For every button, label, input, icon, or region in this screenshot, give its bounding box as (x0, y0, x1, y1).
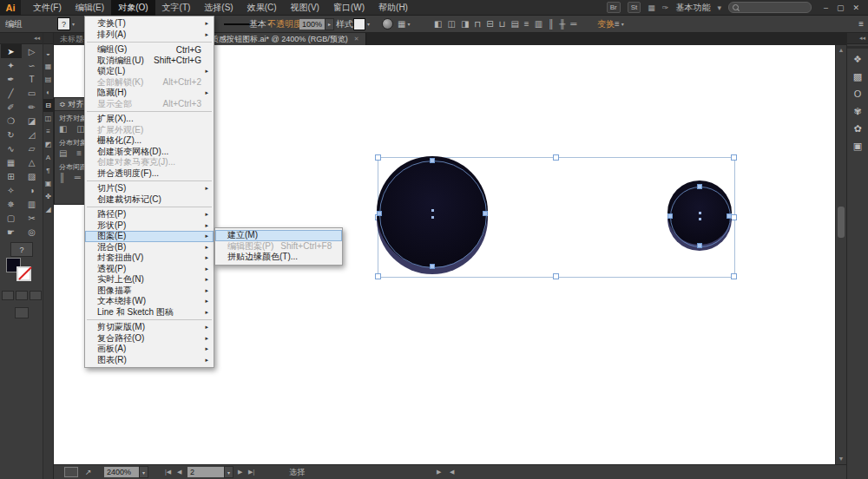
blend-tool[interactable]: ◑ (22, 183, 43, 197)
anchor-point[interactable] (667, 213, 673, 219)
direct-selection-tool[interactable]: ▷ (22, 44, 43, 58)
next-artboard-button[interactable]: ▶ (238, 465, 242, 479)
artboard-navigation[interactable]: 2 ▾ (187, 465, 233, 479)
menubar-item[interactable]: 文件(F) (26, 0, 69, 16)
object-menu-item[interactable]: 图表(R) ▸ (85, 355, 214, 366)
anchor-point[interactable] (697, 243, 702, 248)
object-menu-item[interactable]: 封套扭曲(V) ▸ (85, 253, 214, 264)
style-dropdown-icon[interactable]: ▾ (367, 21, 370, 27)
links-panel-icon[interactable]: ▣ (847, 137, 868, 154)
minimize-button[interactable]: – (824, 3, 828, 12)
draw-normal-button[interactable] (2, 291, 14, 300)
eyedropper-tool[interactable]: ✧ (1, 183, 22, 197)
magic-wand-tool[interactable]: ✦ (1, 58, 22, 72)
width-tool[interactable]: ∿ (1, 141, 22, 155)
distribute-middle-icon[interactable]: ≡ (524, 19, 529, 29)
slice-tool[interactable]: ✂ (22, 211, 43, 225)
blob-brush-tool[interactable]: ❍ (1, 114, 22, 128)
bridge-button[interactable]: Br (607, 2, 621, 13)
anchor-point[interactable] (697, 184, 702, 189)
anchor-point[interactable] (483, 211, 488, 216)
anchor-point[interactable] (377, 211, 382, 216)
line-segment-tool[interactable]: ╱ (1, 86, 22, 100)
align-center-horizontal-icon[interactable]: ◫ (447, 19, 455, 29)
object-menu-item[interactable]: 扩展(X)... (85, 114, 214, 125)
hand-tool[interactable]: ☛ (1, 225, 22, 239)
hscroll-left-icon[interactable]: ◀ (450, 465, 454, 479)
object-menu-item[interactable]: 路径(P) ▸ (85, 209, 214, 220)
zoom-control[interactable]: 2400% ▾ (104, 465, 148, 479)
align-panel-icon[interactable]: ⊟ (43, 99, 54, 112)
eraser-tool[interactable]: ◪ (22, 114, 43, 128)
grid-dropdown-icon[interactable]: ▾ (407, 21, 410, 27)
scroll-down-icon[interactable]: ▼ (836, 454, 846, 464)
pattern-submenu-item[interactable]: 建立(M) (215, 230, 342, 241)
object-menu-item[interactable]: 混合(B) ▸ (85, 242, 214, 253)
object-menu-item[interactable]: 扩展外观(E) (85, 125, 214, 136)
search-input[interactable] (741, 3, 800, 12)
document-tab[interactable]: 金属质感按钮图标.ai* @ 2400% (RGB/预览) ✕ (189, 33, 366, 45)
align-right-icon[interactable]: ◨ (461, 19, 469, 29)
first-artboard-button[interactable]: |◀ (165, 465, 171, 479)
arrange-documents-icon[interactable]: ▦ (648, 3, 655, 12)
object-menu-item[interactable]: 排列(A) ▸ (85, 30, 214, 41)
draw-behind-button[interactable] (16, 291, 28, 300)
gradient-tool[interactable]: ▨ (22, 169, 43, 183)
selection-handle[interactable] (731, 154, 737, 161)
selection-handle[interactable] (375, 154, 381, 161)
opacity-stepper-icon[interactable]: ▸ (325, 18, 334, 30)
scroll-up-icon[interactable]: ▲ (836, 45, 846, 56)
export-button[interactable]: ↗ (85, 465, 92, 479)
workspace-arrow-icon[interactable]: ▾ (717, 3, 721, 12)
menubar-item[interactable]: 编辑(E) (69, 0, 111, 16)
align-left-icon[interactable]: ◧ (434, 19, 442, 29)
symbols-panel-icon[interactable]: ✿ (847, 120, 868, 137)
previous-artboard-button[interactable]: ◀ (177, 465, 181, 479)
hscroll-right-icon[interactable]: ▶ (437, 465, 441, 479)
help-swatch[interactable]: ? (10, 242, 33, 257)
screen-mode-button[interactable] (15, 307, 29, 318)
object-menu-item[interactable]: 实时上色(N) ▸ (85, 274, 214, 285)
align-bottom-icon[interactable]: ⊔ (499, 19, 506, 29)
object-menu-item[interactable]: 拼合透明度(F)... (85, 168, 214, 180)
object-menu-item[interactable]: 编组(G) Ctrl+G (85, 44, 214, 56)
pathfinder-panel-icon[interactable]: ◫ (43, 112, 54, 125)
scrollbar-thumb[interactable] (838, 207, 845, 238)
object-menu-item[interactable]: 创建裁切标记(C) (85, 194, 214, 206)
distribute-center-icon[interactable]: ╫ (559, 19, 565, 29)
pattern-submenu-item[interactable]: 拼贴边缘颜色(T)... (215, 252, 342, 263)
color-panel-icon[interactable]: ◒ (43, 47, 54, 60)
pattern-submenu-item[interactable]: 编辑图案(P) Shift+Ctrl+F8 (215, 241, 342, 253)
libraries-panel-icon[interactable]: ▣ (43, 177, 54, 190)
object-menu-item[interactable]: 取消编组(U) Shift+Ctrl+G (85, 56, 214, 67)
control-panel-menu-icon[interactable]: ≡ (858, 16, 864, 32)
pattern-preview-button[interactable] (64, 465, 78, 479)
transform-label[interactable]: 变换 (597, 16, 615, 32)
paragraph-panel-icon[interactable]: ¶ (43, 164, 54, 177)
menubar-item[interactable]: 窗口(W) (326, 0, 372, 16)
brushes-panel-icon[interactable]: ✾ (847, 102, 868, 120)
paintbrush-tool[interactable]: ✐ (1, 100, 22, 114)
selection-handle[interactable] (553, 273, 559, 279)
selection-handle[interactable] (731, 273, 737, 279)
swatch-dropdown-icon[interactable]: ▾ (72, 21, 75, 27)
distribute-right-icon[interactable]: ═ (570, 19, 576, 29)
menubar-item[interactable]: 选择(S) (197, 0, 240, 16)
object-menu-item[interactable]: 图像描摹 ▸ (85, 285, 214, 297)
selection-handle[interactable] (731, 214, 737, 220)
recolor-artwork-button[interactable] (382, 16, 393, 32)
scale-tool[interactable]: ◿ (22, 128, 43, 141)
selection-tool[interactable]: ➤ (1, 44, 22, 58)
object-menu-item[interactable]: 文本绕排(W) ▸ (85, 296, 214, 307)
distribute-bottom-icon[interactable]: ▥ (535, 19, 542, 29)
symbol-set-control[interactable]: ▦ ▾ (398, 16, 410, 32)
workspace-switcher[interactable]: 基本功能 (675, 2, 710, 14)
perspective-grid-tool[interactable]: △ (22, 155, 43, 169)
selection-handle[interactable] (375, 273, 381, 279)
object-menu-item[interactable]: 创建渐变网格(D)... (85, 147, 214, 158)
opacity-control[interactable]: 100% ▸ (299, 16, 334, 32)
align-top-icon[interactable]: ⊓ (474, 19, 481, 29)
style-swatch-control[interactable]: ▾ (353, 16, 370, 32)
zoom-tool[interactable]: ◎ (22, 225, 43, 239)
menubar-item[interactable]: 帮助(H) (372, 0, 415, 16)
